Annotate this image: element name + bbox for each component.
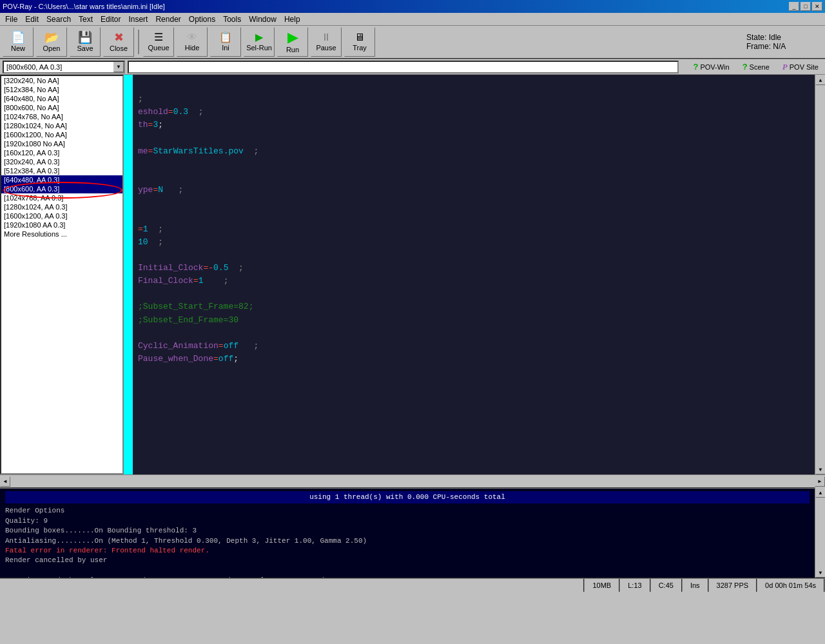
open-label: Open <box>43 44 61 52</box>
log-panel[interactable]: using 1 thread(s) with 0.000 CPU-seconds… <box>0 487 815 578</box>
ini-icon: 📋 <box>219 32 232 43</box>
open-icon: 📂 <box>44 32 59 43</box>
scroll-up-button[interactable]: ▲ <box>815 75 825 85</box>
log-line-7: CPU time used: kernel 7.59 seconds, user… <box>5 576 810 578</box>
tray-button[interactable]: 🖥 Tray <box>344 27 375 57</box>
log-line-2: Bounding boxes.......On Bounding thresho… <box>5 526 810 536</box>
res-option-13[interactable]: [1024x768, AA 0.3] <box>1 193 122 202</box>
menu-tools[interactable]: Tools <box>219 13 245 26</box>
resolution-input[interactable] <box>3 61 125 73</box>
close-window-button[interactable]: ✕ <box>812 2 822 11</box>
title-text: POV-Ray - C:\Users\...\star wars titles\… <box>3 3 165 10</box>
close-label: Close <box>110 44 128 52</box>
log-line-0: Render Options <box>5 506 810 516</box>
res-option-5[interactable]: [1280x1024, No AA] <box>1 121 122 130</box>
hide-label: Hide <box>185 44 200 52</box>
res-option-12[interactable]: [800x600, AA 0.3] <box>1 184 122 193</box>
log-line-5: Render cancelled by user <box>5 556 810 565</box>
menu-help[interactable]: Help <box>280 13 304 26</box>
pause-label: Pause <box>316 44 336 52</box>
status-bar: 10MB L:13 C:45 Ins 3287 PPS 0d 00h 01m 5… <box>0 578 825 592</box>
res-option-16[interactable]: [1920x1080 AA 0.3] <box>1 220 122 229</box>
right-scrollbar[interactable]: ▲ ▼ <box>815 75 825 474</box>
log-scroll-track <box>815 498 825 567</box>
close-icon: ✖ <box>114 32 124 43</box>
title-buttons: _ □ ✕ <box>789 2 822 11</box>
povsite-icon: P <box>782 62 788 72</box>
log-scroll-down[interactable]: ▼ <box>815 567 825 578</box>
maximize-button[interactable]: □ <box>801 2 811 11</box>
queue-icon: ☰ <box>154 32 163 43</box>
povwin-icon: ? <box>693 62 698 72</box>
separator-1 <box>138 30 139 54</box>
save-button[interactable]: 💾 Save <box>70 27 101 57</box>
resolution-dropdown-list[interactable]: [320x240, No AA] [512x384, No AA] [640x4… <box>0 75 124 474</box>
log-scroll-up[interactable]: ▲ <box>815 487 825 498</box>
title-bar: POV-Ray - C:\Users\...\star wars titles\… <box>0 0 825 13</box>
new-button[interactable]: 📄 New <box>3 27 34 57</box>
minimize-button[interactable]: _ <box>789 2 799 11</box>
pause-button[interactable]: ⏸ Pause <box>311 27 342 57</box>
menu-render[interactable]: Render <box>151 13 184 26</box>
scroll-down-button[interactable]: ▼ <box>815 464 825 474</box>
resolution-select-container: ▼ <box>3 61 125 73</box>
menu-options[interactable]: Options <box>185 13 219 26</box>
state-label: State: <box>746 33 769 42</box>
h-scroll-track <box>10 476 815 487</box>
menu-editor[interactable]: Editor <box>97 13 124 26</box>
menu-search[interactable]: Search <box>43 13 75 26</box>
selrun-button[interactable]: ▶ Sel-Run <box>244 27 275 57</box>
menu-window[interactable]: Window <box>245 13 280 26</box>
res-option-3[interactable]: [800x600, No AA] <box>1 103 122 112</box>
menu-bar: File Edit Search Text Editor Insert Rend… <box>0 13 825 26</box>
ini-label: Ini <box>222 44 229 52</box>
scroll-track <box>815 85 825 464</box>
horizontal-scrollbar[interactable]: ◀ ▶ <box>0 474 825 487</box>
log-line-3: Antialiasing.........On (Method 1, Thres… <box>5 536 810 546</box>
frame-value: N/A <box>773 42 786 51</box>
resolution-bar: ▼ ? POV-Win ? Scene P POV Site <box>0 59 825 75</box>
res-option-0[interactable]: [320x240, No AA] <box>1 76 122 85</box>
menu-file[interactable]: File <box>1 13 21 26</box>
resolution-dropdown-arrow[interactable]: ▼ <box>113 62 124 72</box>
scroll-left-button[interactable]: ◀ <box>0 476 10 487</box>
scene-icon: ? <box>742 62 748 72</box>
state-panel: State: Idle Frame: N/A <box>739 30 822 54</box>
res-option-11[interactable]: [640x480, AA 0.3] <box>1 175 122 184</box>
res-option-10[interactable]: [512x384, AA 0.3] <box>1 166 122 175</box>
status-line: L:13 <box>620 579 650 592</box>
main-area: [320x240, No AA] [512x384, No AA] [640x4… <box>0 75 825 474</box>
code-editor[interactable]: ; eshold=0.3 ; th=3; me=StarWarsTitles.p… <box>133 75 815 474</box>
res-option-9[interactable]: [320x240, AA 0.3] <box>1 157 122 166</box>
menu-insert[interactable]: Insert <box>124 13 151 26</box>
log-header: using 1 thread(s) with 0.000 CPU-seconds… <box>5 491 810 503</box>
povsite-help[interactable]: P POV Site <box>779 61 822 73</box>
frame-row: Frame: N/A <box>746 42 815 51</box>
scroll-right-button[interactable]: ▶ <box>815 476 825 487</box>
menu-text[interactable]: Text <box>75 13 97 26</box>
log-line-1: Quality: 9 <box>5 516 810 526</box>
open-button[interactable]: 📂 Open <box>36 27 67 57</box>
queue-button[interactable]: ☰ Queue <box>143 27 174 57</box>
povwin-help[interactable]: ? POV-Win <box>689 61 733 73</box>
povsite-label: POV Site <box>790 63 819 71</box>
hide-button[interactable]: 👁 Hide <box>177 27 208 57</box>
res-option-8[interactable]: [160x120, AA 0.3] <box>1 148 122 157</box>
run-button[interactable]: ▶ Run <box>277 27 308 57</box>
scene-help[interactable]: ? Scene <box>739 61 773 73</box>
res-option-2[interactable]: [640x480, No AA] <box>1 94 122 103</box>
res-option-7[interactable]: [1920x1080 No AA] <box>1 139 122 148</box>
res-option-more[interactable]: More Resolutions ... <box>1 229 122 239</box>
code-content: ; eshold=0.3 ; th=3; me=StarWarsTitles.p… <box>138 94 258 364</box>
close-button[interactable]: ✖ Close <box>103 27 134 57</box>
res-option-15[interactable]: [1600x1200, AA 0.3] <box>1 211 122 220</box>
log-scrollbar[interactable]: ▲ ▼ <box>815 487 825 578</box>
res-option-6[interactable]: [1600x1200, No AA] <box>1 130 122 139</box>
menu-edit[interactable]: Edit <box>21 13 43 26</box>
res-option-14[interactable]: [1280x1024, AA 0.3] <box>1 202 122 211</box>
path-input[interactable] <box>128 61 679 73</box>
cyan-strip <box>124 75 133 474</box>
ini-button[interactable]: 📋 Ini <box>210 27 241 57</box>
res-option-1[interactable]: [512x384, No AA] <box>1 85 122 94</box>
res-option-4[interactable]: [1024x768, No AA] <box>1 112 122 121</box>
